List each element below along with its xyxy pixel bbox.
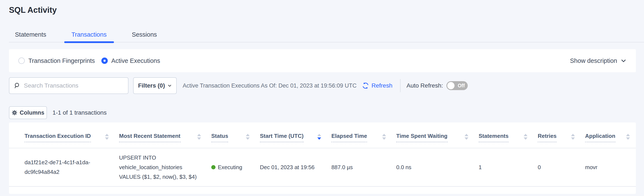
toolbar: Filters (0) Active Transaction Execution… <box>9 77 636 94</box>
table-row: da1f21e2-de71-4c1f-a1da-dc9fc94a84a2 UPS… <box>9 148 636 187</box>
auto-refresh-toggle[interactable]: Off <box>446 81 468 90</box>
tab-bar: Statements Transactions Sessions <box>9 31 644 42</box>
radio-active-executions[interactable]: Active Executions <box>101 57 160 64</box>
cell-statements: 1 <box>479 163 538 172</box>
filters-button[interactable]: Filters (0) <box>133 77 177 94</box>
column-header-statements[interactable]: Statements <box>479 133 538 142</box>
sort-icon <box>464 134 468 140</box>
chevron-down-icon <box>168 83 172 88</box>
toolbar-divider <box>400 79 400 92</box>
table-controls: Columns 1-1 of 1 transactions <box>9 106 636 119</box>
table-header-row: Transaction Execution ID Most Recent Sta… <box>9 123 636 148</box>
column-header-transaction-execution-id[interactable]: Transaction Execution ID <box>24 133 119 142</box>
cell-most-recent-statement: UPSERT INTO vehicle_location_histories V… <box>119 153 211 182</box>
radio-selected-icon[interactable] <box>101 57 108 64</box>
refresh-icon <box>362 82 369 89</box>
tab-transactions[interactable]: Transactions <box>72 31 107 42</box>
sort-icon <box>246 134 250 140</box>
sort-icon <box>197 134 201 140</box>
cell-time-spent-waiting: 0.0 ns <box>396 163 479 172</box>
cell-start-time: Dec 01, 2023 at 19:56 <box>260 163 332 172</box>
refresh-button[interactable]: Refresh <box>362 82 392 89</box>
toggle-knob[interactable] <box>447 82 454 89</box>
show-description-toggle[interactable]: Show description <box>570 57 626 64</box>
cell-status: Executing <box>211 163 260 172</box>
transactions-table: Transaction Execution ID Most Recent Sta… <box>9 123 636 194</box>
sort-icon <box>105 134 109 140</box>
cell-retries: 0 <box>538 163 585 172</box>
cell-application: movr <box>585 163 636 172</box>
sort-icon <box>382 134 386 140</box>
chevron-down-icon <box>620 58 626 64</box>
radio-label[interactable]: Active Executions <box>112 57 160 64</box>
column-header-start-time[interactable]: Start Time (UTC) <box>260 133 332 142</box>
column-header-time-spent-waiting[interactable]: Time Spent Waiting <box>396 133 479 142</box>
cell-elapsed-time: 887.0 µs <box>332 163 396 172</box>
status-executing-dot-icon <box>211 165 216 169</box>
column-header-retries[interactable]: Retries <box>538 133 585 142</box>
column-header-status[interactable]: Status <box>211 133 260 142</box>
toggle-state-label: Off <box>458 81 465 90</box>
view-options-card: Transaction Fingerprints Active Executio… <box>9 49 636 72</box>
search-icon <box>14 82 20 89</box>
sort-icon-active-desc <box>317 134 321 140</box>
columns-button[interactable]: Columns <box>9 106 47 119</box>
tab-statements[interactable]: Statements <box>15 31 46 42</box>
page-title: SQL Activity <box>0 0 644 15</box>
as-of-timestamp: Active Transaction Executions As Of: Dec… <box>183 82 356 89</box>
gear-icon <box>12 110 18 116</box>
refresh-label[interactable]: Refresh <box>372 82 392 89</box>
filters-button-label[interactable]: Filters (0) <box>138 82 165 89</box>
search-box[interactable] <box>9 77 128 94</box>
tab-sessions[interactable]: Sessions <box>132 31 157 42</box>
sort-icon <box>626 134 630 140</box>
sort-icon <box>571 134 575 140</box>
radio-label[interactable]: Transaction Fingerprints <box>28 57 95 64</box>
radio-transaction-fingerprints[interactable]: Transaction Fingerprints <box>18 57 95 64</box>
columns-button-label[interactable]: Columns <box>20 110 44 116</box>
cell-transaction-execution-id: da1f21e2-de71-4c1f-a1da-dc9fc94a84a2 <box>24 158 119 177</box>
search-input[interactable] <box>24 82 124 89</box>
status-badge: Executing <box>218 163 242 172</box>
show-description-label[interactable]: Show description <box>570 57 617 64</box>
sort-icon <box>524 134 528 140</box>
column-header-elapsed-time[interactable]: Elapsed Time <box>332 133 396 142</box>
results-count: 1-1 of 1 transactions <box>52 109 107 116</box>
auto-refresh-label: Auto Refresh: <box>406 82 443 89</box>
column-header-application[interactable]: Application <box>585 133 636 142</box>
column-header-most-recent-statement[interactable]: Most Recent Statement <box>119 133 211 142</box>
radio-unselected-icon[interactable] <box>18 57 25 64</box>
